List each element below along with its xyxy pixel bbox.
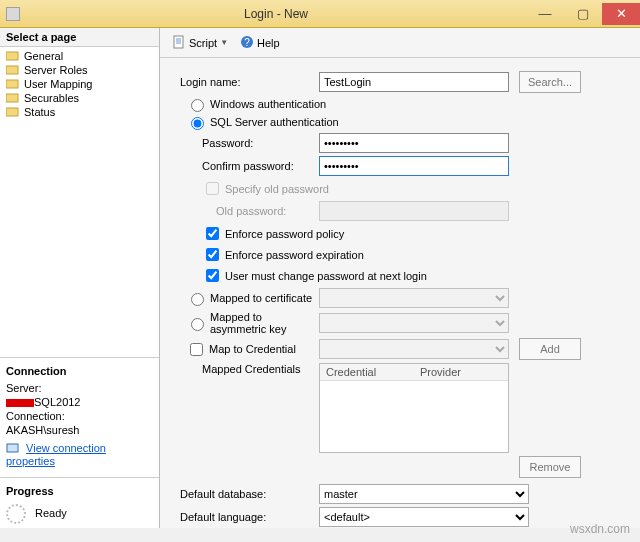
- default-lang-label: Default language:: [174, 511, 319, 523]
- enforce-policy-label: Enforce password policy: [225, 228, 344, 240]
- default-db-combo[interactable]: master: [319, 484, 529, 504]
- mapped-cert-radio[interactable]: [191, 293, 204, 306]
- titlebar: Login - New — ▢ ✕: [0, 0, 640, 28]
- progress-status: Ready: [35, 507, 67, 519]
- map-credential-combo: [319, 339, 509, 359]
- redacted-icon: [6, 399, 34, 407]
- password-label: Password:: [174, 137, 319, 149]
- confirm-password-label: Confirm password:: [174, 160, 319, 172]
- server-value: SQL2012: [6, 396, 153, 408]
- login-name-label: Login name:: [174, 76, 319, 88]
- add-button: Add: [519, 338, 581, 360]
- script-icon: [172, 35, 186, 51]
- left-pane: Select a page General Server Roles User …: [0, 28, 160, 528]
- specify-old-password-checkbox: [206, 182, 219, 195]
- page-label: User Mapping: [24, 78, 92, 90]
- page-icon: [6, 50, 20, 62]
- help-icon: ?: [240, 35, 254, 51]
- progress-header: Progress: [6, 482, 153, 500]
- map-credential-checkbox[interactable]: [190, 343, 203, 356]
- svg-text:?: ?: [244, 37, 250, 48]
- page-icon: [6, 92, 20, 104]
- connection-header: Connection: [6, 362, 153, 380]
- mapped-asym-combo: [319, 313, 509, 333]
- sql-auth-label: SQL Server authentication: [210, 116, 339, 128]
- connection-panel: Connection Server: SQL2012 Connection: A…: [0, 357, 159, 477]
- mapped-asym-radio[interactable]: [191, 318, 204, 331]
- page-label: Securables: [24, 92, 79, 104]
- dropdown-icon: ▼: [220, 38, 228, 47]
- map-credential-label: Map to Credential: [209, 343, 296, 355]
- server-label: Server:: [6, 382, 153, 394]
- svg-rect-1: [6, 66, 18, 74]
- page-item-server-roles[interactable]: Server Roles: [0, 63, 159, 77]
- cred-col-credential: Credential: [320, 364, 414, 380]
- maximize-button[interactable]: ▢: [564, 3, 602, 25]
- svg-rect-0: [6, 52, 18, 60]
- confirm-password-input[interactable]: [319, 156, 509, 176]
- progress-panel: Progress Ready: [0, 477, 159, 528]
- mapped-cert-label: Mapped to certificate: [210, 292, 312, 304]
- old-password-input: [319, 201, 509, 221]
- page-icon: [6, 78, 20, 90]
- svg-rect-5: [7, 444, 18, 452]
- page-icon: [6, 106, 20, 118]
- search-button[interactable]: Search...: [519, 71, 581, 93]
- view-connection-link[interactable]: View connection properties: [6, 442, 106, 467]
- default-lang-combo[interactable]: <default>: [319, 507, 529, 527]
- page-label: Server Roles: [24, 64, 88, 76]
- page-icon: [6, 64, 20, 76]
- connection-label: Connection:: [6, 410, 153, 422]
- page-list: General Server Roles User Mapping Secura…: [0, 47, 159, 357]
- window-title: Login - New: [26, 7, 526, 21]
- specify-old-password-label: Specify old password: [225, 183, 329, 195]
- mapped-credentials-label: Mapped Credentials: [174, 363, 319, 375]
- default-db-label: Default database:: [174, 488, 319, 500]
- password-input[interactable]: [319, 133, 509, 153]
- svg-rect-2: [6, 80, 18, 88]
- login-form: Login name: Search... Windows authentica…: [160, 58, 640, 528]
- sql-auth-radio[interactable]: [191, 117, 204, 130]
- must-change-checkbox[interactable]: [206, 269, 219, 282]
- script-button[interactable]: Script ▼: [168, 33, 232, 53]
- connection-value: AKASH\suresh: [6, 424, 153, 436]
- mapped-credentials-table[interactable]: Credential Provider: [319, 363, 509, 453]
- windows-auth-radio[interactable]: [191, 99, 204, 112]
- mapped-asym-label: Mapped to asymmetric key: [210, 311, 319, 335]
- right-pane: Script ▼ ? Help Login name: Search... Wi…: [160, 28, 640, 528]
- enforce-expiration-checkbox[interactable]: [206, 248, 219, 261]
- mapped-cert-combo: [319, 288, 509, 308]
- main-layout: Select a page General Server Roles User …: [0, 28, 640, 528]
- windows-auth-label: Windows authentication: [210, 98, 326, 110]
- must-change-label: User must change password at next login: [225, 270, 427, 282]
- page-label: Status: [24, 106, 55, 118]
- toolbar: Script ▼ ? Help: [160, 28, 640, 58]
- old-password-label: Old password:: [174, 205, 319, 217]
- select-page-header: Select a page: [0, 28, 159, 47]
- progress-spinner-icon: [6, 504, 26, 524]
- cred-col-provider: Provider: [414, 364, 508, 380]
- svg-rect-4: [6, 108, 18, 116]
- page-label: General: [24, 50, 63, 62]
- page-item-user-mapping[interactable]: User Mapping: [0, 77, 159, 91]
- connection-props-icon: [6, 443, 20, 455]
- enforce-expiration-label: Enforce password expiration: [225, 249, 364, 261]
- page-item-general[interactable]: General: [0, 49, 159, 63]
- login-name-input[interactable]: [319, 72, 509, 92]
- page-item-securables[interactable]: Securables: [0, 91, 159, 105]
- page-item-status[interactable]: Status: [0, 105, 159, 119]
- svg-rect-6: [174, 36, 183, 48]
- app-icon: [6, 7, 20, 21]
- close-button[interactable]: ✕: [602, 3, 640, 25]
- minimize-button[interactable]: —: [526, 3, 564, 25]
- remove-button: Remove: [519, 456, 581, 478]
- window-buttons: — ▢ ✕: [526, 3, 640, 25]
- svg-rect-3: [6, 94, 18, 102]
- enforce-policy-checkbox[interactable]: [206, 227, 219, 240]
- help-button[interactable]: ? Help: [236, 33, 284, 53]
